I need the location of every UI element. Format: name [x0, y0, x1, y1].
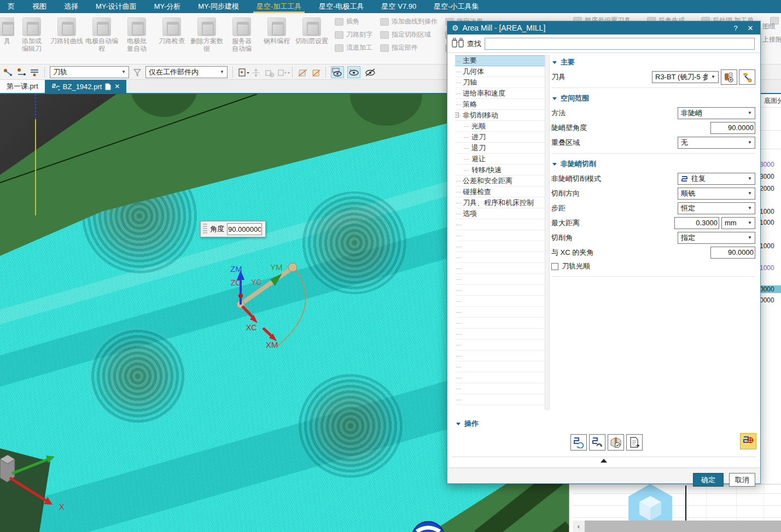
close-tab-icon[interactable]: ✕: [114, 83, 120, 90]
tree-item[interactable]: − 公差和安全距离: [455, 176, 545, 186]
section-header-actions[interactable]: 操作: [455, 417, 755, 431]
tree-item[interactable]: −: [455, 361, 545, 372]
ribbon-button[interactable]: 切削层设置: [294, 15, 329, 52]
menu-item[interactable]: 视图: [26, 0, 53, 13]
replay-toolpath-button[interactable]: [589, 434, 605, 451]
tree-item[interactable]: −: [455, 307, 545, 318]
ribbon-small-button[interactable]: 指定切削区域: [380, 30, 438, 40]
tree-item[interactable]: − 非切削移动: [455, 110, 545, 121]
cut-pattern-dropdown[interactable]: 往复▼: [678, 173, 755, 185]
tree-item[interactable]: − 刀具、程序和机床控制: [455, 197, 545, 208]
drag-handle[interactable]: [203, 224, 207, 235]
list-output-button[interactable]: [626, 434, 643, 451]
tree-item[interactable]: −: [455, 329, 545, 340]
tree-item[interactable]: − 进给率和速度: [455, 88, 545, 99]
menu-item[interactable]: MY-设计曲面: [89, 0, 143, 13]
tree-item[interactable]: − 进刀: [455, 132, 545, 143]
ribbon-button[interactable]: 刀路转曲线: [49, 15, 84, 52]
cancel-button[interactable]: 取消: [729, 473, 755, 487]
ribbon-button[interactable]: 具: [0, 15, 14, 52]
max-distance-input[interactable]: [674, 217, 719, 229]
tree-item[interactable]: −: [455, 263, 545, 274]
method-dropdown[interactable]: 非陡峭▼: [678, 107, 755, 119]
ribbon-small-button[interactable]: 流道加工: [335, 43, 372, 53]
dialog-title-bar[interactable]: ⚙ Area Mill - [AREA_MILL] ? ✕: [447, 21, 760, 34]
angle-from-xc-input[interactable]: [710, 247, 755, 259]
show-wcs-toggle[interactable]: [347, 66, 360, 78]
section-header-main[interactable]: 主要: [551, 55, 755, 69]
angle-input[interactable]: [227, 223, 262, 235]
snap-point-icon[interactable]: [3, 68, 13, 77]
overlap-dropdown[interactable]: 无▼: [678, 137, 755, 149]
tree-item[interactable]: −: [455, 219, 545, 230]
toolpath-smoothing-checkbox[interactable]: [551, 263, 558, 270]
snap-endpoint-icon[interactable]: [16, 68, 26, 77]
generate-toolpath-button[interactable]: [570, 434, 587, 451]
ribbon-button[interactable]: 电极批 量自动: [119, 15, 154, 52]
ribbon-small-button[interactable]: 添加曲线到操作: [380, 16, 438, 27]
tree-item[interactable]: −: [455, 340, 545, 350]
tree-item[interactable]: −: [455, 383, 545, 394]
selection-scope-dropdown[interactable]: 仅在工作部件内▼: [145, 66, 228, 78]
part-tab[interactable]: 第一课.prt ✕: [0, 80, 45, 93]
tree-item[interactable]: − 几何体: [455, 66, 545, 77]
steep-wall-angle-input[interactable]: [710, 122, 755, 134]
tree-item[interactable]: − 转移/快速: [455, 165, 545, 176]
dialog-collapse-handle[interactable]: [447, 459, 760, 466]
tree-item[interactable]: −: [455, 350, 545, 361]
tree-item[interactable]: − 策略: [455, 99, 545, 110]
edit-display-button[interactable]: [740, 433, 756, 449]
ribbon-button[interactable]: 电极自动编程: [84, 15, 119, 52]
unit-dropdown[interactable]: mm▼: [721, 217, 755, 229]
menu-item[interactable]: 星空 V7.90: [375, 0, 423, 13]
tool-library-button[interactable]: [721, 69, 737, 85]
select-filter-icon[interactable]: [238, 68, 248, 77]
help-button[interactable]: ?: [730, 24, 741, 32]
tree-scrollbar[interactable]: [545, 55, 550, 410]
cut-direction-dropdown[interactable]: 顺铣▼: [678, 188, 755, 200]
close-button[interactable]: ✕: [745, 24, 756, 32]
clip-section-icon-2[interactable]: [311, 68, 320, 77]
ribbon-small-button[interactable]: 刀路刻字: [335, 30, 372, 40]
tool-dropdown[interactable]: R3-BT (铣刀-5 参▼: [652, 71, 719, 83]
collapse-minus-icon[interactable]: −: [455, 113, 459, 118]
menu-item[interactable]: 星空-电极工具: [312, 0, 370, 13]
horizontal-scrollbar[interactable]: ‹: [573, 521, 781, 532]
tree-item[interactable]: − 光顺: [455, 121, 545, 132]
menu-item[interactable]: 星空-加工工具: [250, 0, 308, 13]
ribbon-small-button[interactable]: 插角: [335, 16, 372, 27]
clip-section-icon[interactable]: [298, 68, 307, 77]
snap-midpoint-icon[interactable]: [30, 68, 39, 77]
filter-icon[interactable]: [132, 68, 142, 77]
tree-item[interactable]: − 刀轴: [455, 77, 545, 88]
ribbon-button[interactable]: 删除方案数据: [189, 15, 224, 52]
ok-button[interactable]: 确定: [693, 473, 724, 487]
stepover-dropdown[interactable]: 恒定▼: [678, 202, 755, 214]
ribbon-button[interactable]: 钢料编程: [259, 15, 294, 52]
tree-item[interactable]: −: [455, 230, 545, 241]
document-icon[interactable]: [105, 83, 111, 90]
cube-target-icon[interactable]: [277, 68, 287, 77]
verify-toolpath-button[interactable]: [608, 434, 624, 451]
ribbon-button[interactable]: 添加或 编辑刀: [14, 15, 49, 52]
tree-item[interactable]: −: [455, 318, 545, 329]
menu-item[interactable]: MY-分析: [148, 0, 188, 13]
angle-input-popup[interactable]: 角度: [200, 221, 266, 237]
tree-item[interactable]: −: [455, 252, 545, 263]
menu-item[interactable]: MY-同步建模: [191, 0, 246, 13]
ribbon-button[interactable]: 刀路检查: [154, 15, 189, 52]
tree-item[interactable]: − 主要: [455, 55, 545, 66]
section-header-nonsteep[interactable]: 非陡峭切削: [551, 157, 755, 171]
tree-item[interactable]: −: [455, 241, 545, 252]
tree-item[interactable]: − 碰撞检查: [455, 186, 545, 197]
menu-item[interactable]: 选择: [57, 0, 85, 13]
tree-item[interactable]: −: [455, 296, 545, 307]
tree-item[interactable]: −: [455, 274, 545, 285]
tool-settings-button[interactable]: [739, 69, 755, 85]
hide-component-toggle[interactable]: [364, 66, 377, 78]
ribbon-small-button[interactable]: 指定部件: [380, 43, 438, 53]
show-mcs-toggle[interactable]: [331, 66, 344, 78]
tree-item[interactable]: − 退刀: [455, 143, 545, 154]
part-tab[interactable]: BZ_1942.prt ✕: [45, 80, 127, 93]
cut-angle-dropdown[interactable]: 指定▼: [678, 232, 755, 244]
